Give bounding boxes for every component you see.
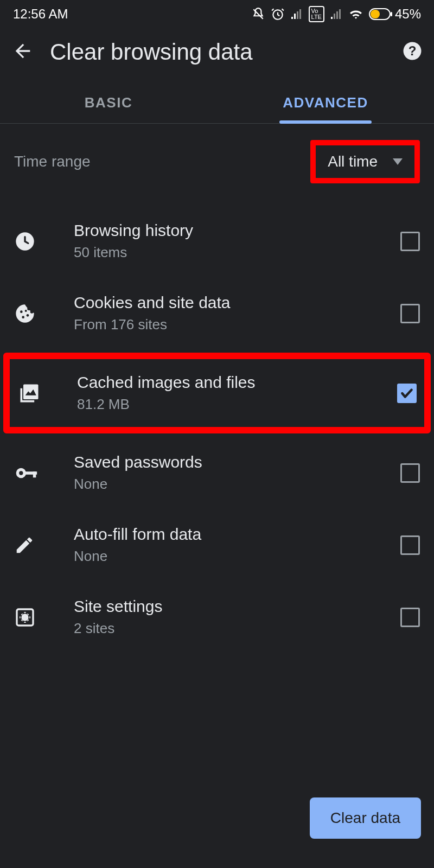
- svg-point-14: [19, 471, 23, 475]
- svg-text:?: ?: [409, 43, 417, 58]
- help-button[interactable]: ?: [403, 41, 422, 63]
- mute-icon: [251, 7, 265, 21]
- alarm-icon: [271, 7, 285, 21]
- row-title: Cached images and files: [77, 373, 397, 392]
- history-icon: [14, 231, 36, 252]
- svg-rect-4: [391, 12, 392, 16]
- dropdown-icon: [393, 158, 403, 165]
- checkbox-cookies[interactable]: [400, 304, 420, 323]
- svg-point-18: [22, 615, 28, 620]
- time-range-label: Time range: [14, 153, 310, 170]
- row-sub: None: [74, 476, 400, 493]
- time-range-row: Time range All time: [0, 124, 434, 200]
- row-autofill[interactable]: Auto-fill form data None: [0, 509, 434, 581]
- svg-point-8: [20, 310, 23, 313]
- checkbox-site-settings[interactable]: [400, 608, 420, 627]
- cookie-icon: [14, 303, 36, 324]
- checkbox-browsing-history[interactable]: [400, 232, 420, 251]
- site-settings-icon: [14, 607, 36, 628]
- checkbox-autofill[interactable]: [400, 535, 420, 555]
- status-bar: 12:56 AM VoLTE 45%: [0, 0, 434, 28]
- time-range-value: All time: [328, 153, 378, 170]
- tabs: BASIC ADVANCED: [0, 82, 434, 124]
- row-saved-passwords[interactable]: Saved passwords None: [0, 437, 434, 509]
- signal-icon-2: [330, 8, 343, 20]
- row-sub: 81.2 MB: [77, 396, 397, 413]
- row-sub: 50 items: [74, 244, 400, 261]
- row-cookies[interactable]: Cookies and site data From 176 sites: [0, 277, 434, 349]
- volte-icon: VoLTE: [309, 6, 324, 22]
- time-range-dropdown[interactable]: All time: [310, 140, 420, 183]
- checkbox-cached-images[interactable]: [397, 384, 417, 403]
- signal-icon-1: [290, 8, 303, 20]
- row-title: Saved passwords: [74, 453, 400, 471]
- row-sub: From 176 sites: [74, 316, 400, 333]
- arrow-left-icon: [12, 40, 34, 62]
- footer: Clear data: [0, 797, 434, 839]
- clear-data-button[interactable]: Clear data: [310, 797, 421, 839]
- status-time: 12:56 AM: [13, 7, 68, 22]
- page-title: Clear browsing data: [50, 39, 386, 65]
- row-sub: 2 sites: [74, 620, 400, 637]
- svg-point-10: [27, 314, 29, 317]
- app-bar: Clear browsing data ?: [0, 28, 434, 82]
- svg-point-9: [22, 316, 24, 318]
- tab-advanced[interactable]: ADVANCED: [217, 82, 434, 123]
- checkbox-saved-passwords[interactable]: [400, 463, 420, 483]
- battery-indicator: 45%: [369, 7, 421, 22]
- row-title: Cookies and site data: [74, 293, 400, 312]
- key-icon: [14, 461, 38, 485]
- wifi-icon: [348, 8, 363, 20]
- row-title: Auto-fill form data: [74, 525, 400, 544]
- row-sub: None: [74, 548, 400, 565]
- status-icons: VoLTE 45%: [251, 6, 421, 22]
- row-site-settings[interactable]: Site settings 2 sites: [0, 581, 434, 653]
- svg-rect-3: [371, 10, 380, 18]
- tab-basic[interactable]: BASIC: [0, 82, 217, 123]
- row-browsing-history[interactable]: Browsing history 50 items: [0, 205, 434, 277]
- svg-point-11: [25, 310, 27, 312]
- images-icon: [17, 381, 41, 405]
- back-button[interactable]: [12, 40, 34, 64]
- row-cached-images[interactable]: Cached images and files 81.2 MB: [3, 353, 431, 433]
- row-title: Browsing history: [74, 221, 400, 240]
- help-icon: ?: [403, 41, 422, 61]
- svg-rect-12: [23, 384, 39, 399]
- svg-rect-16: [33, 471, 36, 477]
- pencil-icon: [14, 535, 35, 556]
- options-list: Browsing history 50 items Cookies and si…: [0, 200, 434, 653]
- battery-text: 45%: [395, 7, 421, 22]
- row-title: Site settings: [74, 597, 400, 616]
- check-icon: [400, 386, 414, 400]
